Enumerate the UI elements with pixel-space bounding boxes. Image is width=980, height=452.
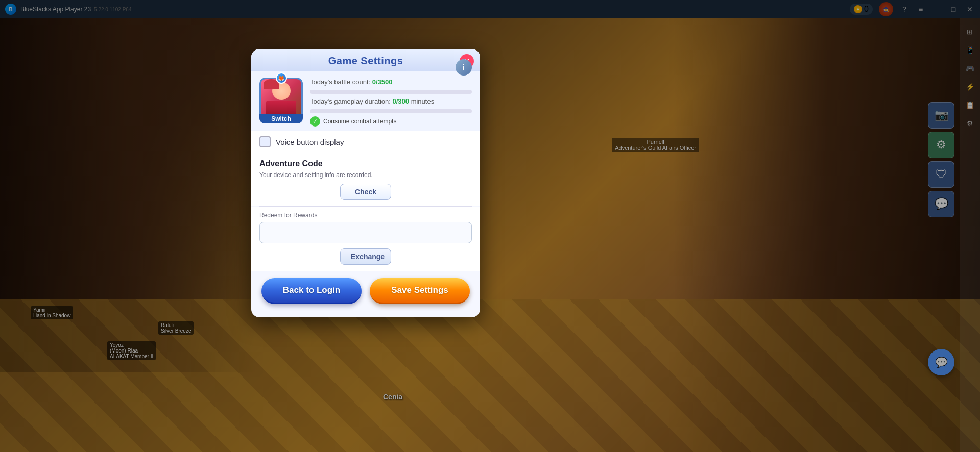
voice-toggle-checkbox[interactable]	[259, 136, 271, 147]
avatar-container[interactable]: 🦊 Switch	[259, 78, 303, 123]
adventure-code-desc: Your device and setting info are recorde…	[259, 171, 472, 179]
check-button[interactable]: Check	[340, 184, 391, 200]
switch-label[interactable]: Switch	[259, 114, 303, 123]
dialog-header: Game Settings ✕	[251, 49, 480, 71]
redeem-label: Redeem for Rewards	[259, 212, 472, 219]
gameplay-duration-row: Today's gameplay duration: 0/300 minutes	[310, 97, 472, 106]
avatar-stats-section: 🦊 Switch Today's battle count: 0/3500 To…	[251, 71, 480, 131]
redeem-section: Redeem for Rewards Exchange	[251, 207, 480, 271]
avatar-face	[261, 79, 301, 119]
info-button[interactable]: i	[456, 59, 472, 76]
avatar-icon-badge: 🦊	[276, 72, 287, 84]
gameplay-duration-label: Today's gameplay duration:	[310, 97, 391, 105]
stats-section: Today's battle count: 0/3500 Today's gam…	[310, 78, 472, 127]
gameplay-duration-unit: minutes	[411, 97, 435, 105]
battle-count-progress	[310, 90, 472, 94]
game-settings-dialog: Game Settings ✕ 🦊 Switch Today's battle …	[251, 49, 480, 317]
back-to-login-button[interactable]: Back to Login	[261, 278, 362, 304]
dialog-footer: Back to Login Save Settings	[251, 271, 480, 307]
battle-count-value: 0/3500	[372, 78, 393, 86]
exchange-button[interactable]: Exchange	[340, 248, 391, 265]
redeem-input[interactable]	[259, 222, 472, 243]
dialog-title: Game Settings	[251, 55, 480, 67]
adventure-code-title: Adventure Code	[259, 159, 472, 168]
battle-count-row: Today's battle count: 0/3500	[310, 78, 472, 87]
voice-button-section: Voice button display	[251, 131, 480, 153]
modal-overlay	[0, 0, 980, 452]
combat-checkmark: ✓	[310, 116, 320, 127]
save-settings-button[interactable]: Save Settings	[370, 278, 470, 304]
adventure-code-section: Adventure Code Your device and setting i…	[251, 153, 480, 206]
combat-attempts-label: Consume combat attempts	[323, 118, 396, 125]
combat-attempts-row: ✓ Consume combat attempts	[310, 116, 472, 127]
gameplay-duration-progress	[310, 109, 472, 113]
voice-button-label: Voice button display	[276, 138, 344, 146]
battle-count-label: Today's battle count:	[310, 78, 370, 86]
gameplay-duration-value: 0/300	[392, 97, 409, 105]
